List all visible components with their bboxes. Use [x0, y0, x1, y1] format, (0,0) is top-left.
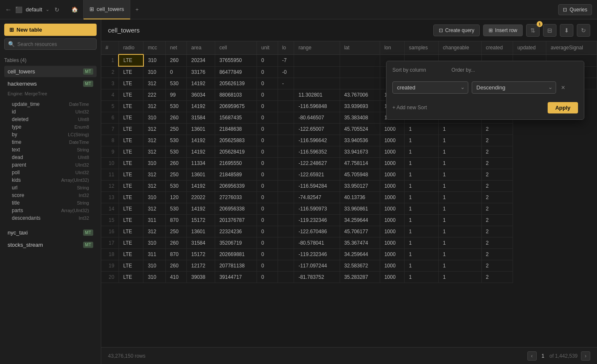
table-cell[interactable]: 1: [405, 124, 438, 135]
download-button[interactable]: ⬇: [560, 24, 573, 37]
table-cell[interactable]: 2: [481, 260, 513, 272]
table-cell[interactable]: -7: [278, 54, 294, 66]
table-cell[interactable]: 45.705524: [340, 124, 380, 135]
tab-cell-towers[interactable]: ⊞ cell_towers: [84, 0, 130, 19]
sidebar-item-nyc-taxi[interactable]: nyc_taxi MT: [4, 227, 97, 238]
table-cell[interactable]: LTE: [119, 226, 143, 237]
table-cell[interactable]: 1: [438, 249, 481, 260]
table-cell[interactable]: 260: [166, 158, 187, 169]
table-cell[interactable]: 45.706177: [340, 226, 380, 237]
col-header-averagesignal[interactable]: averageSignal: [546, 41, 597, 54]
table-cell[interactable]: 1: [438, 226, 481, 237]
table-cell[interactable]: 260: [166, 237, 187, 249]
table-cell[interactable]: -122.670486: [294, 226, 340, 237]
table-cell[interactable]: LTE: [119, 215, 143, 226]
table-cell[interactable]: 0: [257, 192, 278, 203]
apply-button[interactable]: Apply: [548, 102, 578, 113]
table-cell[interactable]: 1: [438, 181, 481, 192]
page-prev-button[interactable]: ‹: [527, 351, 537, 361]
refresh-button[interactable]: ↻: [577, 24, 590, 37]
table-cell[interactable]: 312: [143, 181, 166, 192]
table-cell[interactable]: LTE: [119, 237, 143, 249]
table-cell[interactable]: 207781138: [215, 260, 257, 272]
col-header-cell[interactable]: cell: [215, 41, 257, 54]
table-cell[interactable]: [340, 54, 380, 66]
table-cell[interactable]: 205626139: [215, 78, 257, 89]
table-cell[interactable]: [278, 260, 294, 272]
table-cell[interactable]: 33.950127: [340, 181, 380, 192]
table-cell[interactable]: -80.578041: [294, 237, 340, 249]
insert-row-button[interactable]: ⊞ Insert row: [483, 24, 523, 36]
col-header-mcc[interactable]: mcc: [143, 41, 166, 54]
table-cell[interactable]: 2: [481, 146, 513, 158]
table-cell[interactable]: -74.82547: [294, 192, 340, 203]
table-cell[interactable]: 312: [143, 203, 166, 215]
table-cell[interactable]: 1: [405, 272, 438, 283]
table-cell[interactable]: 202669881: [215, 249, 257, 260]
table-cell[interactable]: 870: [166, 249, 187, 260]
table-cell[interactable]: [278, 169, 294, 181]
table-cell[interactable]: 2: [481, 135, 513, 146]
table-cell[interactable]: 1000: [380, 272, 404, 283]
table-cell[interactable]: [278, 135, 294, 146]
table-cell[interactable]: 1: [438, 260, 481, 272]
table-cell[interactable]: 14192: [187, 181, 215, 192]
table-cell[interactable]: 0: [257, 249, 278, 260]
table-cell[interactable]: 2: [481, 272, 513, 283]
col-header-area[interactable]: area: [187, 41, 215, 54]
table-cell[interactable]: 1000: [380, 169, 404, 181]
table-cell[interactable]: 88068103: [215, 89, 257, 101]
tab-home-button[interactable]: 🏠: [66, 0, 84, 19]
table-cell[interactable]: [340, 78, 380, 89]
col-header-unit[interactable]: unit: [257, 41, 278, 54]
table-cell[interactable]: 1: [405, 237, 438, 249]
table-cell[interactable]: 530: [166, 181, 187, 192]
table-cell[interactable]: [278, 203, 294, 215]
table-cell[interactable]: -81.783752: [294, 272, 340, 283]
table-cell[interactable]: 11334: [187, 158, 215, 169]
table-cell[interactable]: 0: [166, 66, 187, 78]
table-cell[interactable]: 0: [257, 169, 278, 181]
table-cell[interactable]: 311: [143, 215, 166, 226]
queries-button[interactable]: ⊡ Queries: [558, 4, 592, 15]
table-cell[interactable]: 14192: [187, 78, 215, 89]
table-cell[interactable]: 312: [143, 135, 166, 146]
col-header-net[interactable]: net: [166, 41, 187, 54]
table-cell[interactable]: 206956339: [215, 181, 257, 192]
table-cell[interactable]: LTE: [119, 158, 143, 169]
table-cell[interactable]: 22022: [187, 192, 215, 203]
table-cell[interactable]: 530: [166, 78, 187, 89]
table-cell[interactable]: 1000: [380, 215, 404, 226]
table-cell[interactable]: 1: [438, 215, 481, 226]
table-cell[interactable]: LTE: [119, 260, 143, 272]
table-cell[interactable]: 1000: [380, 181, 404, 192]
table-cell[interactable]: 311: [143, 249, 166, 260]
table-cell[interactable]: 310: [143, 158, 166, 169]
table-cell[interactable]: LTE: [119, 54, 143, 66]
table-cell[interactable]: 2: [481, 215, 513, 226]
table-cell[interactable]: 2: [481, 226, 513, 237]
table-cell[interactable]: 310: [143, 54, 166, 66]
table-cell[interactable]: 31584: [187, 237, 215, 249]
table-cell[interactable]: 2: [481, 181, 513, 192]
table-cell[interactable]: 260: [166, 112, 187, 124]
table-cell[interactable]: LTE: [119, 192, 143, 203]
col-header-created[interactable]: created: [481, 41, 513, 54]
table-cell[interactable]: 1: [438, 192, 481, 203]
table-cell[interactable]: LTE: [119, 101, 143, 112]
table-cell[interactable]: 36034: [187, 89, 215, 101]
table-cell[interactable]: 0: [257, 203, 278, 215]
table-cell[interactable]: 205625883: [215, 135, 257, 146]
sidebar-item-stocks-stream[interactable]: stocks_stream MT: [4, 239, 97, 251]
table-cell[interactable]: 250: [166, 124, 187, 135]
table-cell[interactable]: 310: [143, 112, 166, 124]
table-cell[interactable]: 2: [481, 237, 513, 249]
table-cell[interactable]: 0: [257, 54, 278, 66]
table-cell[interactable]: 20234: [187, 54, 215, 66]
table-cell[interactable]: 1: [438, 146, 481, 158]
table-cell[interactable]: 14192: [187, 203, 215, 215]
table-cell[interactable]: 33.940536: [340, 135, 380, 146]
table-cell[interactable]: 0: [257, 124, 278, 135]
table-cell[interactable]: [278, 226, 294, 237]
table-cell[interactable]: 40.13736: [340, 192, 380, 203]
